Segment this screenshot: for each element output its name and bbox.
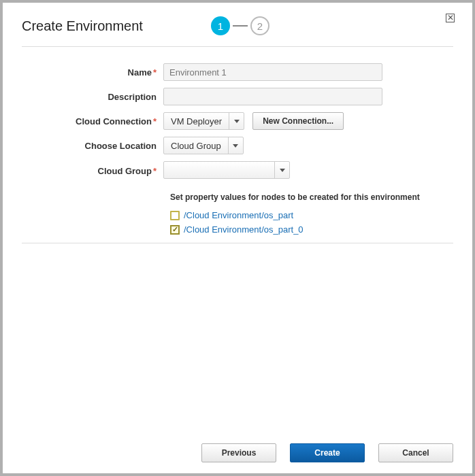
chevron-down-icon (228, 137, 243, 154)
dialog-header: Create Environment 1 2 ✕ (22, 16, 453, 47)
clipboard-check-icon: ✓ (170, 225, 180, 235)
dialog-title: Create Environment (22, 18, 143, 34)
row-cloud-connection: Cloud Connection* VM Deployer New Connec… (22, 112, 453, 130)
cloud-group-dropdown[interactable] (163, 161, 290, 179)
choose-location-dropdown[interactable]: Cloud Group (163, 137, 244, 154)
label-name: Name* (22, 67, 163, 78)
row-description: Description (22, 88, 453, 105)
description-input[interactable] (163, 88, 382, 105)
row-choose-location: Choose Location Cloud Group (22, 137, 453, 154)
name-input[interactable] (163, 63, 382, 81)
chevron-down-icon (274, 162, 289, 178)
node-list: /Cloud Environment/os_part ✓ /Cloud Envi… (170, 210, 453, 235)
cloud-connection-value: VM Deployer (164, 113, 229, 129)
choose-location-value: Cloud Group (164, 137, 228, 154)
step-2: 2 (250, 16, 269, 35)
property-section-heading: Set property values for nodes to be crea… (170, 192, 453, 202)
node-item: ✓ /Cloud Environment/os_part_0 (170, 224, 453, 235)
row-name: Name* (22, 63, 453, 81)
clipboard-icon (170, 211, 180, 220)
node-item: /Cloud Environment/os_part (170, 210, 453, 220)
dialog-footer: Previous Create Cancel (22, 438, 453, 464)
spacer (22, 243, 453, 438)
previous-button[interactable]: Previous (201, 443, 276, 462)
label-choose-location: Choose Location (22, 141, 163, 151)
node-link[interactable]: /Cloud Environment/os_part (184, 210, 293, 220)
cloud-group-value (164, 162, 178, 178)
dialog-window: Create Environment 1 2 ✕ Name* Descripti (0, 0, 475, 476)
cloud-connection-dropdown[interactable]: VM Deployer (163, 112, 244, 130)
form: Name* Description Cloud Connection* (22, 63, 453, 243)
label-cloud-group: Cloud Group* (22, 166, 163, 176)
close-icon[interactable]: ✕ (446, 14, 455, 22)
row-cloud-group: Cloud Group* (22, 161, 453, 180)
label-cloud-connection: Cloud Connection* (22, 116, 163, 126)
node-link[interactable]: /Cloud Environment/os_part_0 (184, 224, 304, 235)
chevron-down-icon (229, 113, 244, 129)
create-button[interactable]: Create (290, 443, 365, 462)
cancel-button[interactable]: Cancel (378, 443, 453, 462)
step-1: 1 (211, 16, 230, 35)
step-indicator: 1 2 (211, 16, 269, 35)
step-connector (233, 25, 248, 27)
new-connection-button[interactable]: New Connection... (252, 112, 344, 130)
label-description: Description (22, 92, 163, 102)
